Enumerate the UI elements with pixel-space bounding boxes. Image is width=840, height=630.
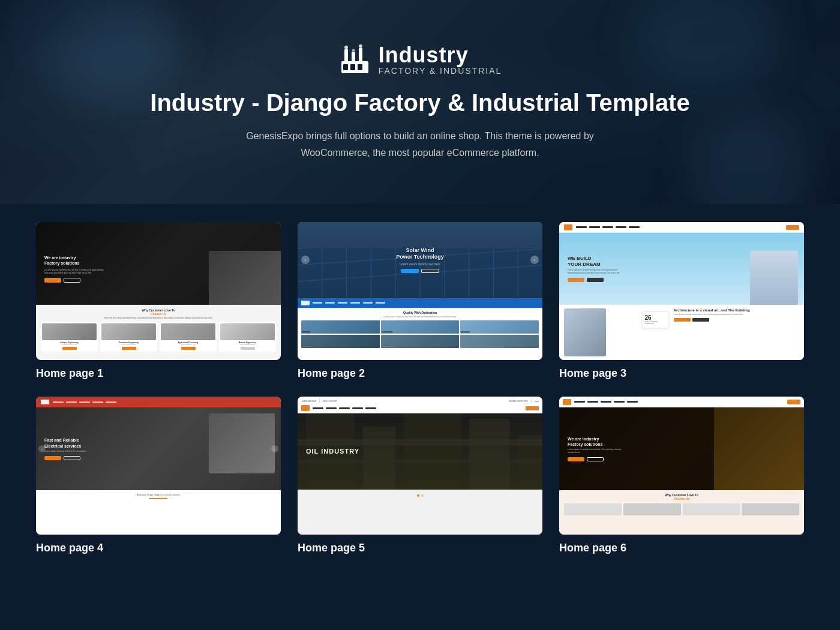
thumb3-hero-text: WE BUILDYOUR DREAM Lorem ipsum is simply…	[568, 256, 628, 283]
thumb5-navlink-2	[326, 407, 337, 409]
thumb2-hero-title: Solar WindPower Technology	[396, 247, 443, 261]
service-img-2	[101, 323, 156, 340]
thumb6-service-2	[623, 503, 681, 515]
svg-rect-34	[298, 439, 542, 446]
main-content: We are industryFactory solutions Lorem i…	[0, 204, 840, 578]
thumb6-service-3	[683, 503, 740, 515]
thumb1-btn-read	[44, 278, 61, 283]
svg-rect-5	[352, 52, 355, 62]
thumb5-phone-info: +1(888) 888-88-88	[301, 400, 316, 403]
service-desc-4: Lorem Ipsum text here	[240, 344, 255, 346]
thumb2-hero-btns	[396, 269, 443, 273]
thumb3-navlink-3	[602, 226, 613, 228]
thumb4-hero-desc: Lorem ipsum dummy text here for descript…	[44, 450, 86, 453]
thumb3-stat-box: 26 Years Company Experience	[642, 311, 669, 329]
service-4: Material Engineering Lorem Ipsum text he…	[219, 322, 276, 352]
thumbnail-4[interactable]: Fast and ReliableElectrical services Lor…	[36, 397, 281, 535]
thumb4-navbar	[36, 397, 281, 407]
thumb3-right: Architecture is a visual art, and The Bu…	[674, 308, 799, 356]
thumb2-hero: ‹ Solar WindPower Technology Lorem ipsum…	[298, 222, 542, 298]
thumb3-arch-btn-read	[674, 318, 691, 322]
thumb3-arch-desc: Lorem ipsum is simply dummy text of the …	[674, 314, 799, 316]
thumb6-navlink-5	[627, 401, 638, 403]
thumbnail-2[interactable]: ‹ Solar WindPower Technology Lorem ipsum…	[298, 222, 542, 360]
thumb1-desc: Lorem ipsum dummy text of the printing a…	[44, 268, 104, 275]
thumb3-hero-title: WE BUILDYOUR DREAM	[568, 256, 628, 268]
thumb5-separator	[319, 399, 320, 404]
thumb4-worker-img	[209, 413, 275, 473]
thumbnail-5[interactable]: +1(888) 888-88-88 09:00 - 05:00 PM 98 DA…	[298, 397, 542, 535]
thumb4-hero: Fast and ReliableElectrical services Lor…	[36, 407, 281, 490]
thumb4-btns	[44, 456, 86, 460]
card-homepage-2: ‹ Solar WindPower Technology Lorem ipsum…	[298, 222, 542, 380]
thumb2-img-4: Maintenance	[301, 335, 380, 348]
thumb2-img-1: Installation	[301, 320, 380, 334]
card-label-1: Home page 1	[36, 367, 281, 380]
thumb3-hero-btns	[568, 278, 628, 282]
thumb3-navlink-4	[616, 226, 626, 228]
service-img-3	[161, 323, 215, 340]
thumb2-btn-services	[421, 269, 439, 273]
thumb2-logo	[301, 301, 310, 305]
thumb6-navbar	[559, 397, 804, 407]
thumb4-navlink-1	[53, 401, 64, 403]
thumb5-navlink-5	[365, 407, 376, 409]
thumb6-navlink-3	[601, 401, 611, 403]
thumb6-navlink-2	[587, 401, 598, 403]
card-label-4: Home page 4	[36, 542, 281, 554]
hero-description: GenesisExpo brings full options to build…	[225, 128, 615, 160]
thumb2-navlink-3	[338, 302, 347, 304]
thumb3-btn-about	[587, 278, 604, 282]
thumb4-btn-about	[64, 456, 80, 460]
thumb3-logo	[564, 224, 572, 230]
thumb1-hero: We are industryFactory solutions Lorem i…	[36, 222, 281, 305]
thumb4-navlink-3	[79, 401, 90, 403]
thumb4-divider	[149, 498, 167, 499]
thumb4-logo	[41, 400, 49, 404]
thumb2-prev-arrow[interactable]: ‹	[301, 256, 310, 264]
thumb3-arch-title: Architecture is a visual art, and The Bu…	[674, 308, 799, 313]
thumb5-nav-top: +1(888) 888-88-88 09:00 - 05:00 PM 98 DA…	[301, 398, 539, 405]
thumb3-bottom: 26 Years Company Experience Architecture…	[559, 305, 804, 360]
thumb6-hero: We are industryFactory solutions Lorem i…	[559, 407, 804, 490]
thumbnail-6[interactable]: We are industryFactory solutions Lorem i…	[559, 397, 804, 535]
thumb2-img-2: Small Solution	[381, 320, 460, 334]
svg-rect-31	[404, 413, 461, 490]
thumb3-btn-read	[568, 278, 584, 282]
thumb2-next-arrow[interactable]: ›	[530, 256, 539, 264]
cards-grid: We are industryFactory solutions Lorem i…	[36, 222, 804, 554]
thumb1-services: Industry Engineering Lorem Ipsum text he…	[41, 322, 276, 352]
svg-point-7	[344, 46, 348, 49]
thumb5-protect-info: 98 DAYS PROTECTED	[509, 400, 527, 403]
thumb6-hero-title: We are industryFactory solutions	[568, 436, 622, 447]
card-label-6: Home page 6	[559, 542, 804, 554]
thumb3-navlink-2	[589, 226, 600, 228]
thumb2-img-5: Monitoring	[381, 335, 460, 348]
thumb5-hero-title: OIL INDUSTRY	[306, 448, 359, 455]
thumb5-login-info: Login	[535, 400, 539, 403]
thumb2-quality-desc: Lorem Ipsum is simply dummy text of the …	[301, 316, 539, 318]
service-3: Agricultural Processing Lorem Ipsum text…	[160, 322, 217, 352]
thumbnail-1[interactable]: We are industryFactory solutions Lorem i…	[36, 222, 281, 360]
thumb2-img-label-5: Monitoring	[382, 346, 390, 347]
thumb6-btn-read	[568, 457, 584, 461]
thumb4-next-arrow[interactable]: ›	[271, 445, 278, 452]
svg-point-9	[359, 44, 362, 48]
thumb3-navbar	[559, 222, 804, 233]
service-btn-2	[122, 347, 136, 350]
thumb4-hero-text: Fast and ReliableElectrical services Lor…	[44, 437, 86, 460]
thumb2-hero-subtitle: Lorem ipsum dummy text here	[396, 262, 443, 266]
svg-rect-6	[359, 48, 362, 62]
card-label-2: Home page 2	[298, 367, 542, 380]
logo-sub: Factory & Industrial	[379, 66, 502, 76]
service-img-4	[220, 323, 275, 340]
svg-rect-35	[298, 460, 542, 464]
svg-rect-4	[344, 49, 348, 62]
thumb5-navbar: +1(888) 888-88-88 09:00 - 05:00 PM 98 DA…	[298, 397, 542, 413]
thumbnail-3[interactable]: WE BUILDYOUR DREAM Lorem ipsum is simply…	[559, 222, 804, 360]
thumb6-service-1	[564, 503, 622, 515]
thumb3-worker-2-container: 26 Years Company Experience	[564, 308, 669, 356]
thumb3-navbtn	[786, 225, 799, 230]
thumb2-img-label-2: Small Solution	[382, 331, 392, 333]
service-btn-4	[241, 347, 255, 350]
